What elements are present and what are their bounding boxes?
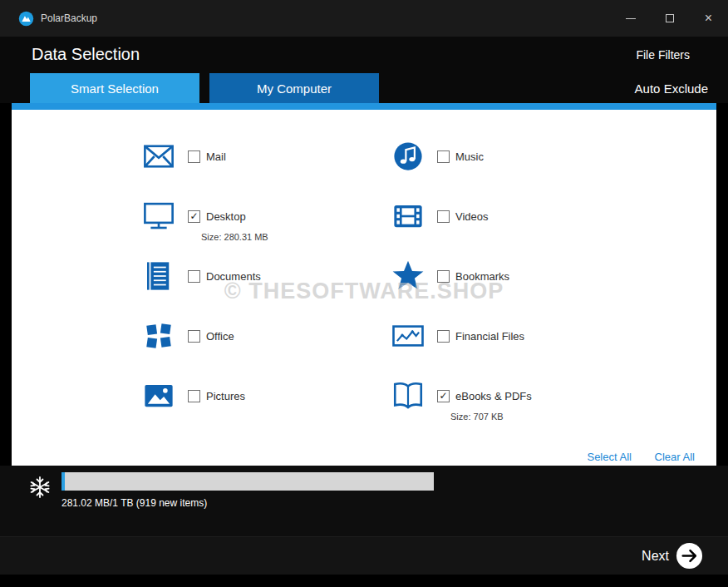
accent-stripe [12,103,716,110]
category-row-financial-files: Financial Files [391,306,716,366]
category-label: Documents [206,270,261,283]
ebooks-icon [391,378,425,413]
category-column-left: Mail Desktop Size: 280.31 MB [12,126,364,426]
next-button[interactable]: Next [642,542,703,570]
office-checkbox[interactable] [188,330,200,343]
office-icon [141,318,176,353]
category-row-bookmarks: Bookmarks [391,246,716,306]
backup-progress: 281.02 MB/1 TB (919 new items) [61,472,434,509]
documents-checkbox[interactable] [188,270,200,283]
category-financial-files[interactable]: Financial Files [437,330,524,343]
pictures-icon [141,378,176,413]
videos-icon [391,199,425,234]
maximize-icon[interactable] [650,0,689,37]
music-checkbox[interactable] [437,150,450,163]
documents-icon [141,259,176,294]
tab-my-computer[interactable]: My Computer [209,73,379,103]
next-arrow-icon [676,542,703,570]
category-label: eBooks & PDFs [455,390,532,402]
selection-links: Select All Clear All [567,451,695,463]
page-title: Data Selection [32,45,140,64]
ebooks-size: Size: 707 KB [450,412,504,422]
auto-exclude-link[interactable]: Auto Exclude [635,81,708,103]
window-border-bottom [0,575,728,587]
category-row-documents: Documents [141,246,364,306]
category-desktop[interactable]: Desktop [188,210,246,223]
header: Data Selection File Filters Smart Select… [0,37,728,103]
minimize-icon[interactable] [611,0,650,37]
category-row-ebooks: eBooks & PDFs Size: 707 KB [391,366,716,426]
app-title: PolarBackup [41,12,97,24]
clear-all-link[interactable]: Clear All [655,451,695,463]
category-row-pictures: Pictures [141,366,364,426]
category-row-desktop: Desktop Size: 280.31 MB [141,186,364,246]
category-label: Mail [206,150,226,163]
footer: Next [0,536,728,575]
close-icon[interactable]: × [689,0,728,37]
next-button-label: Next [642,549,669,564]
category-label: Bookmarks [455,270,509,283]
category-label: Office [206,330,234,343]
bookmarks-checkbox[interactable] [437,270,450,283]
titlebar: PolarBackup × [0,0,728,37]
snowflake-icon [28,476,52,499]
music-icon [391,139,425,174]
bookmarks-icon [391,259,425,294]
mail-icon [141,139,176,174]
category-row-mail: Mail [141,126,364,186]
category-label: Financial Files [455,330,524,343]
progress-fill [61,472,65,491]
window-controls: × [611,0,728,37]
polarbackup-window: PolarBackup × Data Selection File Filter… [0,0,728,587]
category-ebooks[interactable]: eBooks & PDFs [437,390,532,402]
select-all-link[interactable]: Select All [587,451,631,463]
tab-label: My Computer [257,81,332,96]
tab-smart-selection[interactable]: Smart Selection [30,73,199,103]
tabs: Smart Selection My Computer Auto Exclude [30,73,728,103]
data-selection-panel: Mail Desktop Size: 280.31 MB [12,110,716,466]
polarbackup-logo [18,11,34,27]
category-row-music: Music [391,126,716,186]
ebooks-checkbox[interactable] [437,390,450,402]
category-row-office: Office [141,306,364,366]
category-label: Music [455,150,484,163]
pictures-checkbox[interactable] [188,390,200,402]
category-label: Desktop [206,210,246,223]
category-pictures[interactable]: Pictures [188,390,245,402]
progress-label: 281.02 MB/1 TB (919 new items) [61,497,434,509]
category-bookmarks[interactable]: Bookmarks [437,270,509,283]
category-column-right: Music Videos [364,126,716,426]
desktop-icon [141,199,176,234]
desktop-checkbox[interactable] [188,210,200,223]
bottom-band: 281.02 MB/1 TB (919 new items) Next [0,466,728,575]
category-mail[interactable]: Mail [188,150,226,163]
category-label: Pictures [206,390,245,402]
category-documents[interactable]: Documents [188,270,261,283]
category-label: Videos [455,210,489,223]
category-music[interactable]: Music [437,150,484,163]
category-videos[interactable]: Videos [437,210,489,223]
videos-checkbox[interactable] [437,210,450,223]
progress-bar [61,472,434,491]
financial-files-icon [391,318,425,353]
file-filters-link[interactable]: File Filters [636,48,690,62]
category-office[interactable]: Office [188,330,234,343]
financial-files-checkbox[interactable] [437,330,450,343]
tab-label: Smart Selection [71,81,159,96]
desktop-size: Size: 280.31 MB [201,232,268,242]
category-row-videos: Videos [391,186,716,246]
mail-checkbox[interactable] [188,150,200,163]
